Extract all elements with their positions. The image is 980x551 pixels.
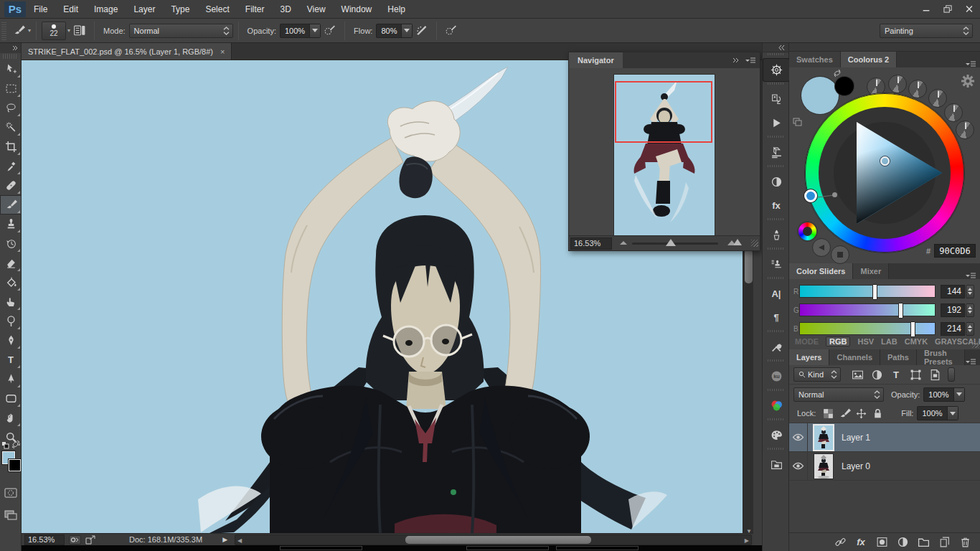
color-mode-rgb[interactable]: RGB: [826, 336, 850, 347]
layer-visibility-icon[interactable]: [789, 423, 808, 452]
layer-name[interactable]: Layer 0: [842, 461, 870, 471]
document-tab[interactable]: STRIKE_FLAT_002.psd @ 16.5% (Layer 1, RG…: [22, 43, 232, 60]
flow-combo[interactable]: 80%: [376, 24, 413, 38]
opacity-pressure-icon[interactable]: [321, 22, 339, 39]
brush-preset-picker[interactable]: 22: [42, 22, 66, 40]
3d-panel-icon[interactable]: [763, 141, 790, 164]
collapse-panel-icon[interactable]: [732, 57, 740, 64]
layer-opacity-combo[interactable]: 100%: [923, 387, 964, 402]
channel-slider-b[interactable]: [799, 322, 936, 335]
healing-brush-tool[interactable]: [0, 176, 22, 195]
horizontal-scrollbar[interactable]: ◀ ▶: [235, 534, 752, 545]
channel-slider-g[interactable]: [799, 303, 936, 316]
library-panel-icon[interactable]: [763, 453, 790, 476]
quick-mask-icon[interactable]: [0, 483, 22, 502]
styles-panel-icon[interactable]: fx: [763, 194, 790, 217]
panel-menu-icon[interactable]: [745, 57, 756, 64]
dodge-tool[interactable]: [0, 311, 22, 331]
layer-thumbnail[interactable]: [814, 425, 833, 450]
layer-row-layer-1[interactable]: Layer 1: [789, 423, 980, 452]
channel-slider-r[interactable]: [799, 285, 936, 298]
channel-value-g[interactable]: 192: [941, 303, 965, 317]
share-icon[interactable]: [85, 535, 96, 545]
new-layer-icon[interactable]: [936, 535, 952, 550]
layer-name[interactable]: Layer 1: [842, 433, 870, 443]
blend-mode-select[interactable]: Normal: [129, 24, 233, 38]
coolorus-dial-knob[interactable]: [888, 75, 907, 93]
layer-fill-combo[interactable]: 100%: [917, 406, 958, 420]
crop-tool[interactable]: [0, 137, 22, 156]
opacity-combo[interactable]: 100%: [280, 24, 321, 38]
eraser-tool[interactable]: [0, 253, 22, 273]
swap-colors-icon[interactable]: [11, 441, 20, 448]
panel-menu-icon[interactable]: [965, 60, 980, 67]
panel-menu-icon[interactable]: [965, 358, 980, 365]
tab-layers[interactable]: Layers: [789, 349, 829, 365]
delete-layer-icon[interactable]: [957, 535, 973, 550]
navigator-proxy-rect[interactable]: [615, 81, 712, 143]
path-selection-tool[interactable]: [0, 369, 22, 389]
menu-file[interactable]: File: [26, 0, 55, 19]
smudge-tool[interactable]: [0, 292, 22, 311]
layer-blend-mode-select[interactable]: Normal: [793, 387, 884, 402]
adjustment-layer-icon[interactable]: [895, 535, 910, 550]
lock-position-icon[interactable]: [854, 406, 869, 420]
magic-wand-tool[interactable]: [0, 118, 22, 137]
layer-thumbnail[interactable]: [814, 454, 833, 479]
adjustment-filter-icon[interactable]: [868, 367, 885, 382]
shape-filter-icon[interactable]: [907, 367, 924, 382]
layer-filter-toggle[interactable]: [948, 367, 955, 382]
channel-slider-thumb[interactable]: [910, 321, 915, 337]
tab-channels[interactable]: Channels: [829, 349, 880, 365]
hex-value-field[interactable]: 90C0D6: [934, 244, 976, 258]
link-layers-icon[interactable]: [832, 535, 848, 550]
lasso-tool[interactable]: [0, 98, 22, 118]
channel-value-b[interactable]: 214: [941, 322, 965, 336]
pen-tool[interactable]: [0, 331, 22, 350]
minimize-window-icon[interactable]: [915, 1, 937, 17]
layer-style-icon[interactable]: fx: [853, 535, 869, 550]
tool-presets-panel-icon[interactable]: [763, 223, 790, 247]
swatch-palette-panel-icon[interactable]: [763, 423, 790, 447]
horizontal-scroll-thumb[interactable]: [405, 536, 591, 544]
kuler-panel-icon[interactable]: ku: [763, 364, 790, 388]
channel-stepper[interactable]: [966, 322, 974, 336]
tab-paths[interactable]: Paths: [880, 349, 917, 365]
airbrush-icon[interactable]: [413, 22, 431, 39]
menu-view[interactable]: View: [299, 0, 334, 19]
tools-panel-icon[interactable]: [763, 335, 790, 359]
restore-window-icon[interactable]: [937, 1, 958, 17]
sync-settings-icon[interactable]: [69, 535, 81, 545]
color-mode-hsv[interactable]: HSV: [857, 337, 874, 346]
lock-paint-icon[interactable]: [837, 406, 852, 420]
close-window-icon[interactable]: [958, 1, 980, 17]
move-tool[interactable]: [0, 60, 22, 79]
coolorus-settings-icon[interactable]: [960, 73, 976, 89]
character-panel-icon[interactable]: A|: [763, 282, 790, 306]
type-filter-icon[interactable]: T: [887, 367, 905, 382]
layer-mask-icon[interactable]: [874, 535, 890, 550]
panel-menu-icon[interactable]: [965, 272, 980, 279]
tab-brush-presets[interactable]: Brush Presets: [917, 349, 965, 365]
navigator-panel-icon[interactable]: [763, 58, 790, 82]
scroll-left-icon[interactable]: ◀: [237, 537, 242, 544]
layer-row-layer-0[interactable]: Layer 0: [789, 452, 980, 481]
triangle-mode-button[interactable]: [812, 238, 831, 257]
toggle-brush-panel-icon[interactable]: [70, 22, 89, 39]
color-mode-lab[interactable]: LAB: [881, 337, 897, 346]
coolorus-hue-wheel[interactable]: [805, 93, 964, 253]
channel-slider-thumb[interactable]: [872, 284, 877, 300]
channel-slider-thumb[interactable]: [898, 303, 903, 319]
menu-image[interactable]: Image: [86, 0, 126, 19]
history-panel-icon[interactable]: [763, 88, 790, 111]
wheel-mode-icon[interactable]: [798, 222, 816, 240]
menu-3d[interactable]: 3D: [272, 0, 298, 19]
channel-value-r[interactable]: 144: [941, 285, 965, 298]
actions-panel-icon[interactable]: [763, 111, 790, 135]
history-brush-tool[interactable]: [0, 234, 22, 253]
menu-select[interactable]: Select: [197, 0, 237, 19]
size-pressure-icon[interactable]: [442, 22, 461, 39]
layer-group-icon[interactable]: [915, 535, 931, 550]
navigator-preview[interactable]: [569, 68, 760, 236]
zoom-in-icon[interactable]: [727, 238, 743, 246]
